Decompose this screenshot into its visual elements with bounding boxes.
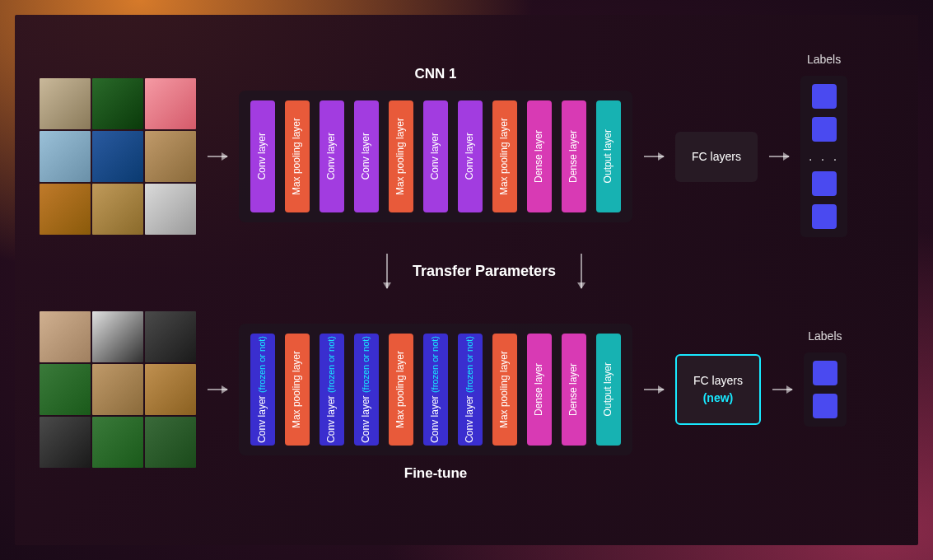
nn-layer: Conv layer: [250, 100, 275, 212]
nn-layer-label: Conv layer: [257, 133, 268, 180]
label-square: [813, 361, 837, 385]
nn-layer: Conv layer (frozen or not): [250, 334, 275, 446]
image-thumb: [145, 311, 196, 362]
image-thumb: [40, 78, 91, 129]
image-thumb: [92, 131, 143, 182]
arrow-icon: [208, 156, 227, 157]
diagram-stage: CNN 1 Conv layerMax pooling layerConv la…: [15, 15, 918, 545]
nn-layer-label: Conv layer (frozen or not): [257, 336, 268, 443]
image-thumb: [40, 364, 91, 415]
finetune-title: Fine-tune: [239, 465, 632, 482]
transfer-row: Transfer Parameters: [270, 254, 698, 288]
nn-layer-label: Conv layer (frozen or not): [361, 336, 371, 443]
nn-layer-label: Max pooling layer: [292, 351, 302, 428]
nn-layer-label: Max pooling layer: [292, 118, 302, 195]
nn-layer: Dense layer: [562, 334, 586, 446]
nn-layer-label: Conv layer (frozen or not): [326, 336, 337, 443]
nn-layer: Conv layer: [458, 100, 483, 212]
image-thumb: [92, 184, 143, 235]
arrow-icon: [772, 389, 792, 390]
image-thumb: [92, 78, 143, 129]
label-square: [812, 117, 837, 142]
arrow-down-icon: [581, 254, 582, 288]
nn-layer-label: Max pooling layer: [395, 118, 406, 195]
fc-layers-label: FC layers: [692, 150, 741, 163]
cnn1-layers: Conv layerMax pooling layerConv layerCon…: [239, 91, 632, 222]
image-thumb: [92, 417, 143, 468]
label-square: [813, 394, 837, 418]
labels-title: Labels: [804, 329, 847, 343]
nn-layer-label: Conv layer: [430, 133, 441, 180]
image-thumb: [145, 364, 196, 415]
image-thumb: [145, 184, 196, 235]
nn-layer: Output layer: [596, 100, 621, 212]
nn-layer: Output layer: [596, 334, 621, 446]
image-thumb: [145, 78, 196, 129]
labels-block: Labels: [804, 352, 847, 427]
nn-layer: Conv layer (frozen or not): [458, 334, 483, 446]
image-thumb: [40, 131, 91, 182]
nn-layer-label: Conv layer: [361, 133, 371, 180]
arrow-icon: [769, 156, 789, 157]
image-thumb: [92, 364, 143, 415]
nn-layer-label: Conv layer (frozen or not): [464, 336, 475, 443]
labels-block: Labels . . .: [800, 76, 847, 237]
fc-layers-label: FC layers: [693, 374, 743, 387]
arrow-icon: [644, 156, 664, 157]
nn-layer-label: Max pooling layer: [499, 351, 510, 428]
fc-layers-new-box: FC layers (new): [675, 354, 761, 425]
nn-layer: Max pooling layer: [389, 100, 413, 212]
arrow-icon: [208, 389, 227, 390]
transfer-label: Transfer Parameters: [413, 263, 556, 280]
label-square: [812, 171, 837, 196]
nn-layer-label: Dense layer: [534, 363, 544, 416]
label-square: [812, 84, 837, 109]
nn-layer-label: Max pooling layer: [499, 118, 510, 195]
nn-layer-label: Dense layer: [534, 130, 544, 183]
finetune-block: Conv layer (frozen or not)Max pooling la…: [239, 324, 632, 455]
image-thumb: [145, 417, 196, 468]
finetune-layers: Conv layer (frozen or not)Max pooling la…: [239, 324, 632, 455]
label-ellipsis: . . .: [809, 150, 839, 163]
arrow-icon: [644, 389, 664, 390]
nn-layer-label: Conv layer (frozen or not): [430, 336, 441, 443]
finetune-row: Conv layer (frozen or not)Max pooling la…: [40, 311, 893, 468]
nn-layer: Max pooling layer: [389, 334, 413, 446]
nn-layer-label: Conv layer: [326, 133, 337, 180]
fc-layers-box: FC layers: [675, 132, 758, 182]
nn-layer: Max pooling layer: [285, 100, 310, 212]
labels-title: Labels: [800, 53, 847, 66]
labels-box: . . .: [800, 76, 847, 237]
nn-layer-label: Output layer: [603, 362, 613, 416]
image-thumb: [145, 131, 196, 182]
image-thumb: [40, 311, 91, 362]
nn-layer: Conv layer (frozen or not): [320, 334, 344, 446]
nn-layer: Conv layer: [320, 100, 344, 212]
cnn1-title: CNN 1: [239, 66, 632, 82]
nn-layer: Max pooling layer: [492, 334, 517, 446]
nn-layer: Dense layer: [562, 100, 586, 212]
nn-layer: Dense layer: [527, 100, 552, 212]
nn-layer: Conv layer (frozen or not): [423, 334, 448, 446]
nn-layer-label: Output layer: [603, 129, 613, 183]
nn-layer: Conv layer: [354, 100, 379, 212]
image-thumb: [40, 417, 91, 468]
nn-layer: Max pooling layer: [492, 100, 517, 212]
arrow-down-icon: [386, 254, 388, 288]
labels-box: [804, 352, 847, 427]
nn-layer: Max pooling layer: [285, 334, 310, 446]
label-square: [812, 204, 837, 229]
nn-layer-label: Max pooling layer: [395, 351, 406, 428]
target-image-grid: [40, 311, 196, 468]
nn-layer-label: Conv layer: [464, 133, 475, 180]
nn-layer: Conv layer: [423, 100, 448, 212]
source-image-grid: [40, 78, 196, 235]
nn-layer-label: Dense layer: [568, 363, 579, 416]
nn-layer-label: Dense layer: [568, 130, 579, 183]
image-thumb: [92, 311, 143, 362]
nn-layer: Dense layer: [527, 334, 552, 446]
nn-layer: Conv layer (frozen or not): [354, 334, 379, 446]
cnn1-block: CNN 1 Conv layerMax pooling layerConv la…: [239, 91, 632, 222]
image-thumb: [40, 184, 91, 235]
pretrain-row: CNN 1 Conv layerMax pooling layerConv la…: [40, 76, 893, 237]
